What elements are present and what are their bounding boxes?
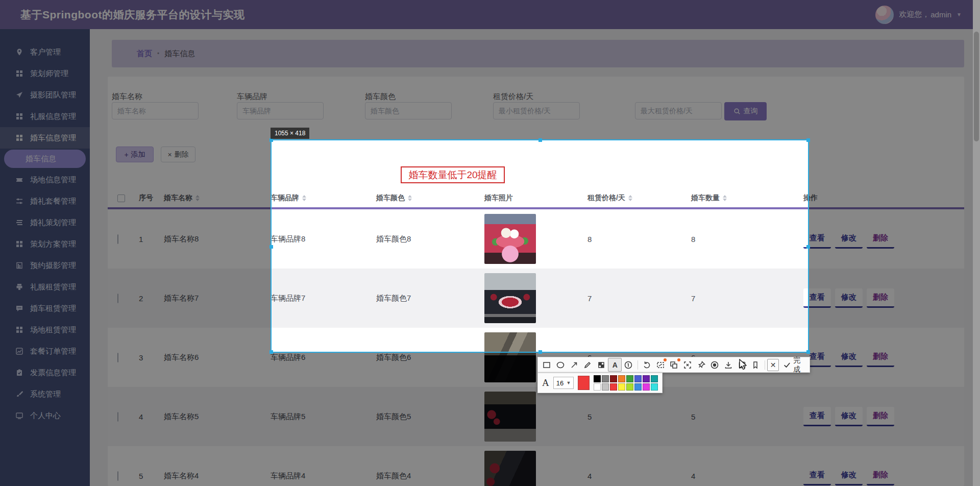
record-tool[interactable] xyxy=(708,358,722,372)
sidebar-item-dress-info[interactable]: 礼服信息管理 xyxy=(0,106,90,127)
col-qty[interactable]: 婚车数量 xyxy=(691,193,803,203)
delete-row-button[interactable]: 删除 xyxy=(867,288,894,308)
col-price[interactable]: 租赁价格/天 xyxy=(587,193,691,203)
price-max-input[interactable] xyxy=(635,102,722,119)
sidebar-item-personal-center[interactable]: 个人中心 xyxy=(0,405,90,426)
sort-icon[interactable] xyxy=(302,195,306,201)
palette-swatch[interactable] xyxy=(626,383,633,391)
palette-swatch[interactable] xyxy=(610,375,617,382)
palette-swatch[interactable] xyxy=(594,375,601,382)
car-brand-input[interactable] xyxy=(237,102,324,119)
palette-swatch[interactable] xyxy=(602,375,609,382)
sidebar-item-venue-rental[interactable]: 场地租赁管理 xyxy=(0,319,90,341)
row-checkbox[interactable] xyxy=(117,353,118,362)
pencil-tool[interactable] xyxy=(581,358,595,372)
rectangle-tool[interactable] xyxy=(540,358,554,372)
edit-button[interactable]: 修改 xyxy=(835,466,863,485)
col-color[interactable]: 婚车颜色 xyxy=(376,193,484,203)
sidebar-item-planner[interactable]: 策划师管理 xyxy=(0,63,90,84)
sort-icon[interactable] xyxy=(408,195,412,201)
annotation-text-box[interactable]: 婚车数量低于20提醒 xyxy=(401,166,505,183)
search-icon xyxy=(733,108,741,115)
list-icon xyxy=(15,218,23,227)
breadcrumb-home[interactable]: 首页 xyxy=(137,49,152,59)
view-button[interactable]: 查看 xyxy=(803,466,831,485)
sidebar-item-invoice[interactable]: 发票信息管理 xyxy=(0,362,90,383)
mosaic-tool[interactable] xyxy=(595,358,608,372)
view-button[interactable]: 查看 xyxy=(803,229,831,249)
sort-icon[interactable] xyxy=(195,195,200,201)
sidebar-item-photo-booking[interactable]: 预约摄影管理 xyxy=(0,255,90,276)
sort-icon[interactable] xyxy=(723,195,727,201)
avatar[interactable] xyxy=(875,6,894,24)
bookmark-tool[interactable] xyxy=(749,358,763,372)
sidebar-item-dress-rental[interactable]: 礼服租赁管理 xyxy=(0,276,90,298)
col-name[interactable]: 婚车名称 xyxy=(164,193,271,203)
sidebar-subitem-car-info[interactable]: 婚车信息 xyxy=(4,150,86,168)
palette-swatch[interactable] xyxy=(594,383,601,391)
step-number-tool[interactable] xyxy=(622,358,635,372)
palette-swatch[interactable] xyxy=(602,383,609,391)
sidebar-item-wedding-planning[interactable]: 婚礼策划管理 xyxy=(0,212,90,233)
arrow-tool[interactable] xyxy=(567,358,581,372)
palette-swatch[interactable] xyxy=(651,383,658,391)
palette-swatch[interactable] xyxy=(618,375,625,382)
edit-button[interactable]: 修改 xyxy=(835,288,863,308)
delete-row-button[interactable]: 删除 xyxy=(867,229,894,249)
delete-row-button[interactable]: 删除 xyxy=(867,466,894,485)
palette-swatch[interactable] xyxy=(643,375,650,382)
sidebar-item-package-orders[interactable]: 套餐订单管理 xyxy=(0,341,90,362)
view-button[interactable]: 查看 xyxy=(803,407,831,426)
sidebar-item-package[interactable]: 婚礼套餐管理 xyxy=(0,190,90,212)
sidebar-item-plan-scheme[interactable]: 策划方案管理 xyxy=(0,233,90,255)
user-menu[interactable]: 欢迎您，admin ▼ xyxy=(875,6,962,24)
delete-row-button[interactable]: 删除 xyxy=(867,348,894,367)
edit-button[interactable]: 修改 xyxy=(835,229,863,249)
translate-tool[interactable] xyxy=(667,358,681,372)
palette-swatch[interactable] xyxy=(651,375,658,382)
select-all-checkbox[interactable] xyxy=(117,195,125,202)
col-brand[interactable]: 车辆品牌 xyxy=(271,193,376,203)
car-color-input[interactable] xyxy=(365,102,452,119)
delete-button[interactable]: ×删除 xyxy=(161,147,195,162)
ticket-icon xyxy=(15,176,23,184)
close-snip-button[interactable]: ✕ xyxy=(767,359,779,371)
palette-swatch[interactable] xyxy=(634,375,642,382)
sidebar-item-customer[interactable]: 客户管理 xyxy=(0,41,90,63)
delete-row-button[interactable]: 删除 xyxy=(867,407,894,426)
ocr-tool[interactable] xyxy=(653,358,667,372)
row-checkbox[interactable] xyxy=(117,294,118,303)
download-tool[interactable] xyxy=(722,358,736,372)
sidebar-item-system[interactable]: 系统管理 xyxy=(0,383,90,405)
pin-tool[interactable] xyxy=(694,358,708,372)
view-button[interactable]: 查看 xyxy=(803,288,831,308)
sidebar-item-venue-info[interactable]: 场地信息管理 xyxy=(0,169,90,190)
row-checkbox[interactable] xyxy=(117,412,118,422)
current-color-swatch[interactable] xyxy=(578,376,590,390)
font-size-select[interactable]: 16▼ xyxy=(553,377,574,389)
save-tool[interactable] xyxy=(735,358,749,372)
edit-button[interactable]: 修改 xyxy=(835,407,863,426)
search-button[interactable]: 查询 xyxy=(724,102,767,120)
palette-swatch[interactable] xyxy=(610,383,617,391)
palette-swatch[interactable] xyxy=(643,383,650,391)
ellipse-tool[interactable] xyxy=(554,358,568,372)
palette-swatch[interactable] xyxy=(634,383,642,391)
scrollbar-thumb[interactable] xyxy=(974,32,979,141)
text-tool[interactable]: A xyxy=(608,358,622,372)
palette-swatch[interactable] xyxy=(626,375,633,382)
edit-button[interactable]: 修改 xyxy=(835,348,863,367)
palette-swatch[interactable] xyxy=(618,383,625,391)
sort-icon[interactable] xyxy=(628,195,632,201)
undo-button[interactable] xyxy=(640,358,654,372)
row-checkbox[interactable] xyxy=(117,234,118,244)
add-button[interactable]: +添加 xyxy=(116,147,154,162)
scan-tool[interactable] xyxy=(681,358,695,372)
row-checkbox[interactable] xyxy=(117,471,118,481)
sidebar-item-car-info[interactable]: 婚车信息管理 xyxy=(0,127,90,149)
sidebar-item-photo-team[interactable]: 摄影团队管理 xyxy=(0,84,90,106)
sidebar-item-car-rental[interactable]: 婚车租赁管理 xyxy=(0,298,90,319)
car-name-input[interactable] xyxy=(112,102,199,119)
done-button[interactable]: 完成 xyxy=(783,356,807,374)
price-min-input[interactable] xyxy=(493,102,580,119)
